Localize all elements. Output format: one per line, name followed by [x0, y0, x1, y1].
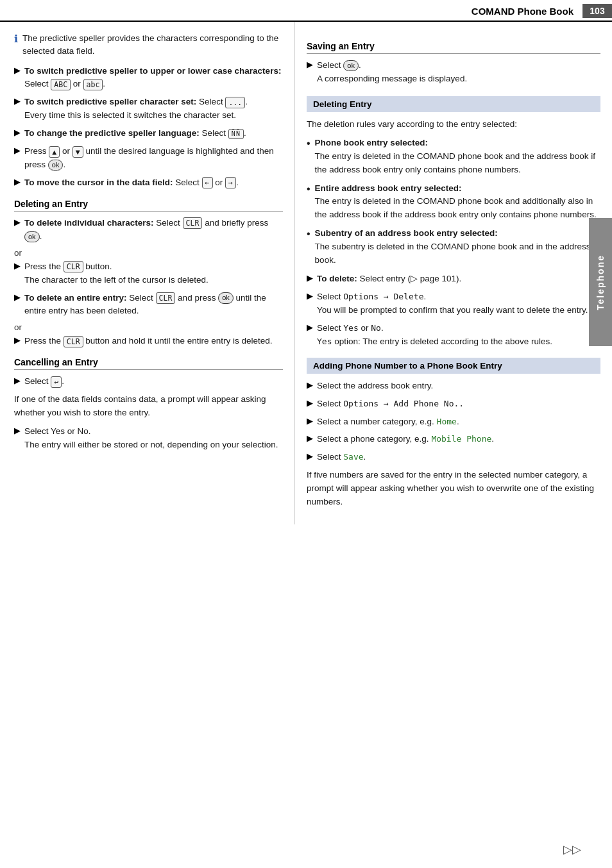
adding-phone-header: Adding Phone Number to a Phone Book Entr…: [307, 358, 600, 374]
down-arrow-key: ▼: [72, 146, 83, 158]
bullet-move-cursor: ▶ To move the cursor in the data field: …: [14, 176, 283, 190]
deletion-rules-list: Phone book entry selected: The entry is …: [307, 137, 600, 267]
bullet-press-arrows: ▶ Press ▲ or ▼ until the desired languag…: [14, 145, 283, 172]
bullet-press-hold-clr: ▶ Press the CLR button and hold it until…: [14, 335, 283, 348]
bullet-yes-no: ▶ Select Yes or No. The entry will eithe…: [14, 425, 283, 452]
or-text-2: or: [14, 322, 283, 332]
bullet-select-options-delete: ▶ Select Options → Delete. You will be p…: [307, 290, 600, 317]
right-column: Saving an Entry ▶ Select ok. A correspon…: [295, 22, 612, 524]
ok-key-2: ok: [24, 231, 40, 242]
bullet-switch-charset: ▶ To switch predictive speller character…: [14, 96, 283, 122]
bullet-yes-no-delete: ▶ Select Yes or No. Yes option: The entr…: [307, 322, 600, 349]
saving-entry-block: ▶ Select ok. A corresponding message is …: [307, 59, 600, 86]
bullet-arrow-icon: ▶: [14, 128, 21, 137]
bullet-arrow-icon: ▶: [14, 65, 21, 75]
info-icon: ℹ: [14, 33, 18, 45]
bullet-arrow-icon: ▶: [14, 177, 21, 187]
bullet-switch-case: ▶ To switch predictive speller to upper …: [14, 65, 283, 92]
bullet-arrow-icon: ▶: [14, 261, 21, 271]
deleting-intro: The deletion rules vary according to the…: [307, 118, 600, 131]
ok-key: ok: [48, 160, 64, 171]
bullet-arrow-icon: ▶: [307, 416, 313, 426]
left-arrow-key: ←: [202, 177, 213, 188]
bullet-arrow-icon: ▶: [307, 398, 313, 408]
lang-key: N̂N̂: [228, 129, 244, 139]
bullet-arrow-icon: ▶: [307, 291, 313, 301]
bullet-delete-individual: ▶ To delete individual characters: Selec…: [14, 217, 283, 244]
bullet-arrow-icon: ▶: [307, 433, 313, 443]
bullet-save-select: ▶ Select ok. A corresponding message is …: [307, 59, 600, 86]
bullet-delete-entire: ▶ To delete an entire entry: Select CLR …: [14, 292, 283, 319]
deleting-entry-colored-header: Deleting Entry: [307, 96, 600, 112]
abc-upper-key: ABC: [51, 79, 71, 90]
header-title: COMAND Phone Book: [0, 6, 582, 17]
saving-entry-header: Saving an Entry: [307, 41, 600, 54]
bullet-select-options-add: ▶ Select Options → Add Phone No..: [307, 397, 600, 411]
bullet-arrow-icon: ▶: [14, 292, 21, 302]
bullet-arrow-icon: ▶: [14, 426, 21, 435]
bullet-arrow-icon: ▶: [14, 335, 21, 345]
or-text-1: or: [14, 248, 283, 258]
bullet-arrow-icon: ▶: [14, 376, 21, 385]
clr-key-3: CLR: [156, 292, 176, 304]
bullet-to-delete: ▶ To delete: Select entry (▷ page 101).: [307, 272, 600, 286]
cancelling-entry-header: Cancelling an Entry: [14, 357, 283, 370]
deleting-entry-header: Deleting an Entry: [14, 199, 283, 212]
telephone-sidebar: Telephone: [589, 218, 612, 346]
bullet-select-save: ▶ Select Save.: [307, 451, 600, 464]
adding-section: Adding Phone Number to a Phone Book Entr…: [307, 358, 600, 509]
ok-save-key: ok: [343, 60, 359, 71]
main-content: ℹ The predictive speller provides the ch…: [0, 22, 612, 524]
bullet-select-address: ▶ Select the address book entry.: [307, 380, 600, 393]
clr-key-2: CLR: [64, 261, 83, 272]
page-header: COMAND Phone Book 103: [0, 0, 612, 22]
bullet-number-category: ▶ Select a number category, e.g. Home.: [307, 415, 600, 429]
list-item: Entire address book entry selected: The …: [307, 182, 600, 222]
bullet-arrow-icon: ▶: [307, 380, 313, 390]
clr-key-4: CLR: [64, 336, 83, 347]
dots-key: ...: [225, 97, 245, 108]
bullet-arrow-icon: ▶: [307, 451, 313, 461]
bullet-arrow-icon: ▶: [307, 273, 313, 283]
info-text: The predictive speller provides the char…: [22, 32, 283, 58]
bullet-change-lang: ▶ To change the predictive speller langu…: [14, 127, 283, 140]
bottom-arrow: ▷▷: [563, 842, 581, 856]
page-number: 103: [582, 4, 612, 18]
back-key: ↩: [51, 376, 62, 388]
bullet-arrow-icon: ▶: [307, 60, 313, 69]
bullet-arrow-icon: ▶: [307, 322, 313, 332]
bullet-arrow-icon: ▶: [14, 146, 21, 155]
abc-lower-key: abc: [83, 79, 103, 90]
list-item: Phone book entry selected: The entry is …: [307, 137, 600, 177]
cancel-note: If one of the data fields contains data,…: [14, 393, 283, 420]
left-column: ℹ The predictive speller provides the ch…: [0, 22, 295, 524]
bullet-arrow-icon: ▶: [14, 217, 21, 227]
right-arrow-key: →: [225, 177, 236, 188]
clr-key-1: CLR: [183, 217, 203, 229]
ok-key-3: ok: [218, 292, 234, 303]
info-block: ℹ The predictive speller provides the ch…: [14, 32, 283, 58]
list-item: Subentry of an address book entry select…: [307, 227, 600, 267]
bullet-press-clr: ▶ Press the CLR button. The character to…: [14, 260, 283, 287]
up-arrow-key: ▲: [49, 146, 60, 158]
bullet-arrow-icon: ▶: [14, 96, 21, 106]
bullet-phone-category: ▶ Select a phone category, e.g. Mobile P…: [307, 433, 600, 446]
bullet-cancel-select: ▶ Select ↩.: [14, 375, 283, 388]
adding-note: If five numbers are saved for the entry …: [307, 469, 600, 509]
